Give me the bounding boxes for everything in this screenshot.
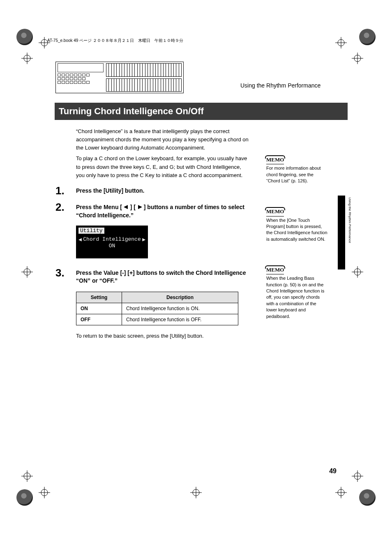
step-body: Press the Menu [ ] [ ] buttons a number … xyxy=(76,202,251,220)
crosshair-icon xyxy=(335,37,347,48)
crosshair-icon xyxy=(352,53,363,64)
table-row: OFF Chord Intelligence function is OFF. xyxy=(76,314,238,325)
section-header: Using the Rhythm Performance xyxy=(240,82,321,89)
step-1: 1. Press the [Utility] button. xyxy=(55,185,251,196)
table-cell: Chord Intelligence function is OFF. xyxy=(122,314,238,325)
settings-table: Setting Description ON Chord Intelligenc… xyxy=(76,292,238,325)
step-body: Press the Value [-] [+] buttons to switc… xyxy=(76,267,251,285)
right-triangle-icon: ▶ xyxy=(142,236,145,243)
right-triangle-icon xyxy=(137,203,142,212)
crosshair-icon xyxy=(21,470,33,482)
memo-text: When the Leading Bass function (p. 50) i… xyxy=(266,275,328,320)
side-tab xyxy=(338,196,345,269)
lcd-title: Utility xyxy=(78,228,104,234)
table-header: Description xyxy=(122,292,238,303)
lcd-line: Chord Intelligence xyxy=(83,236,141,242)
memo-block: MEMO When the [One Touch Program] button… xyxy=(266,208,328,242)
registration-dot-icon xyxy=(16,29,33,45)
memo-label-icon: MEMO xyxy=(266,208,284,215)
intro-paragraph: To play a C chord on the Lower keyboard,… xyxy=(76,154,251,179)
table-cell: ON xyxy=(76,303,122,314)
lcd-value: ON xyxy=(78,243,145,249)
intro-paragraph: “Chord Intelligence” is a feature that i… xyxy=(76,127,251,152)
memo-label-icon: MEMO xyxy=(266,266,284,274)
table-header: Setting xyxy=(76,292,122,303)
table-cell: Chord Intelligence function is ON. xyxy=(122,303,238,314)
memo-text: When the [One Touch Program] button is p… xyxy=(266,217,328,243)
page-number: 49 xyxy=(329,467,337,475)
memo-block: MEMO For more information about chord fi… xyxy=(266,156,328,184)
step-number: 2. xyxy=(55,202,76,212)
crosshair-icon xyxy=(335,487,347,498)
side-tab-label: Using the Rhythm Performance xyxy=(348,197,352,243)
step-2: 2. Press the Menu [ ] [ ] buttons a numb… xyxy=(55,202,251,220)
crosshair-icon xyxy=(39,487,50,498)
crosshair-icon xyxy=(21,266,33,278)
keyboard-illustration xyxy=(55,62,184,93)
memo-column: MEMO For more information about chord fi… xyxy=(266,156,328,343)
intro-text: “Chord Intelligence” is a feature that i… xyxy=(76,127,251,180)
page: AT-75_e.book 49 ページ ２００８年８月２１日 木曜日 午前１０時… xyxy=(0,0,392,555)
crosshair-icon xyxy=(190,487,202,498)
svg-marker-34 xyxy=(138,205,142,209)
memo-label-icon: MEMO xyxy=(266,156,284,164)
table-row: ON Chord Intelligence function is ON. xyxy=(76,303,238,314)
step-number: 1. xyxy=(55,185,76,196)
table-cell: OFF xyxy=(76,314,122,325)
step-number: 3. xyxy=(55,267,76,278)
crosshair-icon xyxy=(21,53,33,64)
page-title: Turning Chord Intelligence On/Off xyxy=(55,103,348,120)
file-header: AT-75_e.book 49 ページ ２００８年８月２１日 木曜日 午前１０時… xyxy=(47,38,183,44)
registration-dot-icon xyxy=(359,489,376,506)
left-triangle-icon: ◀ xyxy=(78,236,82,243)
memo-text: For more information about chord fingeri… xyxy=(266,165,328,184)
registration-dot-icon xyxy=(359,29,376,45)
crosshair-icon xyxy=(352,266,363,278)
file-header-text: AT-75_e.book 49 ページ ２００８年８月２１日 木曜日 午前１０時… xyxy=(47,38,183,44)
step-body: Press the [Utility] button. xyxy=(76,185,251,195)
lcd-screenshot: Utility ◀ Chord Intelligence ▶ ON xyxy=(76,226,148,258)
table-header-row: Setting Description xyxy=(76,292,238,303)
crosshair-icon xyxy=(352,470,363,482)
memo-block: MEMO When the Leading Bass function (p. … xyxy=(266,266,328,320)
main-content: Turning Chord Intelligence On/Off “Chord… xyxy=(55,103,251,339)
registration-dot-icon xyxy=(16,489,33,506)
svg-marker-33 xyxy=(124,205,128,209)
step-3: 3. Press the Value [-] [+] buttons to sw… xyxy=(55,267,251,285)
left-triangle-icon xyxy=(124,203,129,212)
footer-note: To return to the basic screen, press the… xyxy=(76,333,251,339)
